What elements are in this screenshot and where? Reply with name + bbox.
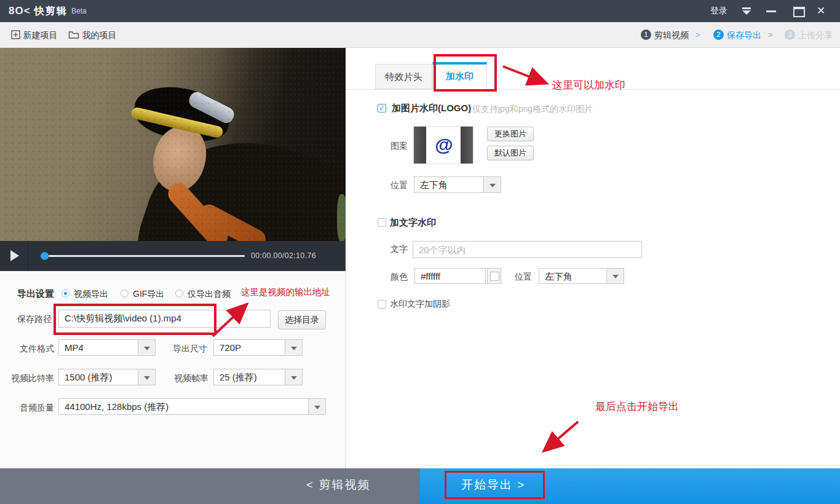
dropdown-arrow-icon [285, 369, 302, 385]
dropdown-arrow-icon [308, 399, 325, 414]
letterbox-bar [461, 127, 473, 164]
time-display: 00:00.00/02:10.76 [251, 251, 316, 260]
seek-handle[interactable] [41, 252, 49, 260]
radio-audio-only[interactable] [175, 289, 183, 297]
dropdown-arrow-icon [138, 340, 155, 355]
bitrate-select[interactable]: 1500 (推荐) [58, 369, 156, 385]
main-menu-icon[interactable] [742, 7, 751, 15]
audio-quality-label: 音频质量 [20, 403, 54, 414]
watermark-logo-glyph: @ [426, 127, 462, 164]
export-size-value: 720P [220, 340, 241, 355]
audio-quality-select[interactable]: 44100Hz, 128kbps (推荐) [58, 398, 326, 415]
chevron-right-icon: > [517, 478, 525, 491]
step-1-circle[interactable]: 1 [641, 30, 651, 40]
chevron-left-icon: < [306, 478, 314, 491]
folder-icon [68, 30, 79, 39]
my-projects-button[interactable]: 我的项目 [68, 30, 116, 41]
chevron-right-icon: > [768, 30, 773, 39]
new-project-button[interactable]: 新建项目 [11, 30, 57, 41]
save-path-label: 保存路径 [17, 314, 52, 325]
seek-bar[interactable] [44, 255, 245, 257]
video-texture [0, 48, 346, 241]
text-position-label: 位置 [515, 272, 532, 283]
export-size-label: 导出尺寸 [173, 344, 207, 355]
logo-watermark-checkbox[interactable]: ✓ [378, 104, 386, 112]
letterbox-bar [414, 127, 426, 164]
logo-watermark-label[interactable]: 加图片水印(LOGO) [392, 103, 471, 114]
dropdown-arrow-icon [483, 177, 501, 192]
file-format-label: 文件格式 [20, 344, 54, 355]
dropdown-arrow-icon [606, 269, 624, 283]
text-watermark-label[interactable]: 加文字水印 [390, 217, 436, 229]
step-3-circle[interactable]: 3 [785, 30, 795, 40]
audio-quality-value: 44100Hz, 128kbps (推荐) [65, 399, 168, 414]
maximize-button[interactable] [793, 7, 805, 17]
check-icon: ✓ [379, 104, 385, 112]
watermark-text-input[interactable] [413, 241, 642, 258]
text-shadow-checkbox[interactable] [378, 300, 386, 309]
logo-watermark-hint: 仅支持jpg和png格式的水印图片 [472, 104, 593, 115]
radio-gif-export-label[interactable]: GIF导出 [133, 289, 164, 300]
logo-position-label: 位置 [390, 180, 408, 191]
default-image-button[interactable]: 默认图片 [487, 146, 534, 160]
dropdown-arrow-icon [285, 340, 302, 355]
color-label: 颜色 [390, 272, 408, 283]
back-to-edit-button[interactable]: < 剪辑视频 [306, 477, 370, 493]
text-position-select[interactable]: 左下角 [539, 268, 624, 284]
pattern-label: 图案 [390, 141, 408, 152]
minimize-button[interactable] [766, 10, 776, 12]
my-projects-label: 我的项目 [82, 30, 116, 40]
title-bar: 8O< 快剪辑 Beta 登录 ✕ [0, 0, 840, 22]
color-input[interactable] [414, 268, 486, 284]
play-button[interactable] [0, 241, 28, 271]
export-size-select[interactable]: 720P [213, 339, 303, 356]
start-export-label: 开始导出 [461, 478, 513, 491]
file-format-value: MP4 [65, 340, 84, 355]
chevron-right-icon: > [695, 30, 700, 39]
login-button[interactable]: 登录 [710, 6, 727, 17]
framerate-select[interactable]: 25 (推荐) [213, 369, 303, 385]
browse-directory-button[interactable]: 选择目录 [278, 310, 326, 329]
new-project-label: 新建项目 [23, 30, 57, 40]
radio-audio-only-label[interactable]: 仅导出音频 [188, 289, 231, 300]
step-3-label[interactable]: 上传分享 [798, 30, 833, 41]
play-icon [10, 250, 19, 261]
logo-position-select[interactable]: 左下角 [414, 176, 501, 193]
dropdown-arrow-icon [138, 369, 155, 385]
logo-position-value: 左下角 [420, 177, 448, 192]
start-export-button[interactable]: 开始导出 > [461, 477, 525, 493]
step-1-label[interactable]: 剪辑视频 [654, 30, 689, 41]
text-shadow-label[interactable]: 水印文字加阴影 [390, 299, 450, 310]
bitrate-label: 视频比特率 [11, 373, 54, 384]
file-format-select[interactable]: MP4 [58, 339, 156, 356]
close-button[interactable]: ✕ [817, 4, 825, 17]
watermark-image-preview: @ [413, 126, 473, 164]
change-image-button[interactable]: 更换图片 [487, 127, 534, 141]
framerate-value: 25 (推荐) [220, 369, 257, 385]
watermark-text-label: 文字 [390, 244, 408, 255]
radio-gif-export[interactable] [121, 289, 129, 297]
export-settings-label: 导出设置 [17, 288, 54, 300]
tab-add-watermark[interactable]: 加水印 [432, 62, 487, 90]
step-2-label[interactable]: 保存导出 [727, 30, 761, 41]
beta-badge: Beta [71, 7, 87, 15]
radio-video-export-label[interactable]: 视频导出 [74, 289, 108, 300]
app-window: 8O< 快剪辑 Beta 登录 ✕ 新建项目 我的项目 1 剪辑视频 > 2 保… [0, 0, 840, 504]
bitrate-value: 1500 (推荐) [65, 369, 113, 385]
radio-video-export[interactable] [61, 289, 69, 297]
video-preview: @ 猴哥 一代笑神 [0, 48, 346, 241]
project-toolbar: 新建项目 我的项目 1 剪辑视频 > 2 保存导出 > 3 上传分享 [0, 22, 840, 48]
step-2-circle[interactable]: 2 [713, 30, 724, 40]
app-title: 快剪辑 [34, 5, 68, 18]
framerate-label: 视频帧率 [174, 373, 208, 384]
text-position-value: 左下角 [545, 269, 573, 284]
save-path-input[interactable] [58, 310, 271, 328]
tab-divider [346, 89, 840, 90]
app-logo-icon: 8O< [9, 5, 31, 17]
tab-intro-effects[interactable]: 特效片头 [375, 64, 432, 89]
text-watermark-checkbox[interactable] [378, 218, 386, 227]
color-swatch[interactable] [487, 268, 501, 284]
plus-square-icon [11, 30, 20, 39]
back-to-edit-label: 剪辑视频 [319, 478, 370, 491]
